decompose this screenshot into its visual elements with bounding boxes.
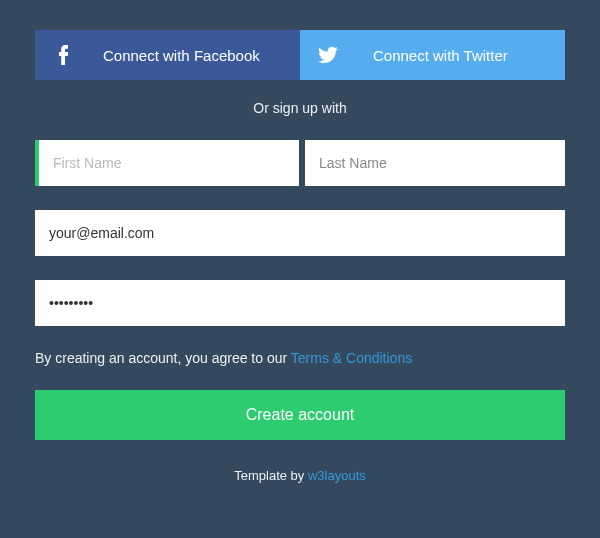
twitter-icon [318, 46, 338, 64]
password-wrap [35, 280, 565, 326]
footer-prefix: Template by [234, 468, 308, 483]
footer-text: Template by w3layouts [35, 468, 565, 483]
last-name-input[interactable] [305, 140, 565, 186]
facebook-label: Connect with Facebook [103, 47, 260, 64]
twitter-label: Connect with Twitter [373, 47, 508, 64]
first-name-wrap [35, 140, 299, 186]
terms-link[interactable]: Terms & Conditions [291, 350, 412, 366]
first-name-input[interactable] [39, 140, 299, 186]
terms-prefix: By creating an account, you agree to our [35, 350, 291, 366]
email-wrap [35, 210, 565, 256]
social-buttons-row: Connect with Facebook Connect with Twitt… [35, 30, 565, 80]
password-input[interactable] [35, 280, 565, 326]
terms-text: By creating an account, you agree to our… [35, 350, 565, 366]
email-input[interactable] [35, 210, 565, 256]
facebook-connect-button[interactable]: Connect with Facebook [35, 30, 300, 80]
last-name-wrap [305, 140, 565, 186]
divider-text: Or sign up with [35, 100, 565, 116]
facebook-icon [53, 45, 73, 65]
footer-link[interactable]: w3layouts [308, 468, 366, 483]
twitter-connect-button[interactable]: Connect with Twitter [300, 30, 565, 80]
create-account-button[interactable]: Create account [35, 390, 565, 440]
name-inputs-row [35, 140, 565, 186]
